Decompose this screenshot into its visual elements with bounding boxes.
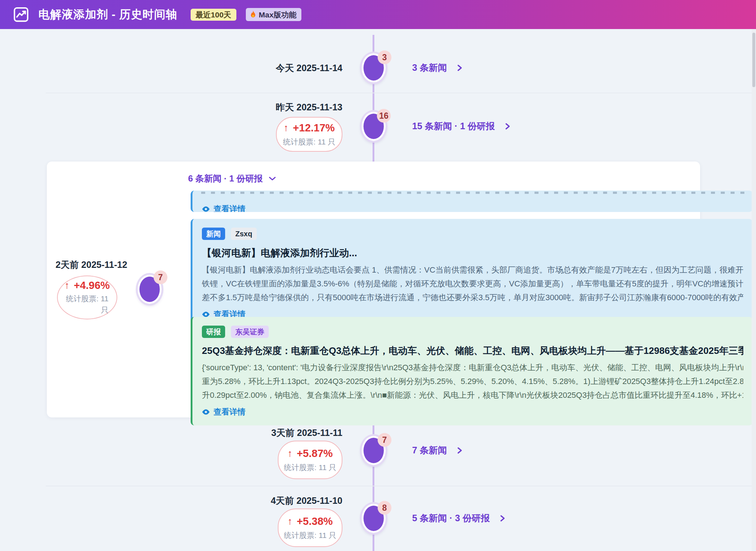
- report-source-badge: 东吴证券: [231, 326, 269, 338]
- chevron-right-icon: [504, 122, 511, 130]
- stat-pill: ↑ +4.96% 统计股票: 11 只: [57, 276, 117, 319]
- row-divider: [46, 486, 752, 486]
- page-header: 电解液添加剂 - 历史时间轴 最近100天 Max版功能: [0, 0, 756, 29]
- timeline-date: 2天前 2025-11-12: [56, 259, 164, 271]
- scrollbar-track: [752, 29, 756, 551]
- view-detail-link[interactable]: 查看详情: [202, 407, 743, 417]
- report-body-line: {'sourceType': 13, 'content': '电力设备行业深度报…: [202, 361, 743, 375]
- eye-icon: [202, 206, 210, 212]
- stat-pill: ↑ +5.87% 统计股票: 11 只: [278, 441, 342, 479]
- pct-change: +5.38%: [297, 515, 333, 527]
- timeline-date: 3天前 2025-11-11: [218, 427, 342, 439]
- max-feature-badge: Max版功能: [246, 8, 302, 21]
- stocks-count: 统计股票: 11 只: [284, 462, 336, 473]
- news-body-line: 【银河电新】电解液添加剂行业动态电话会要点 1、供需情况：VC当前供需很紧，头部…: [202, 263, 743, 277]
- news-body-line: 差不多1.5万吨是给宁德保供的，只有5000吨在市场进行流通，宁德也还要外采3.…: [202, 291, 743, 305]
- chevron-right-icon: [456, 446, 463, 454]
- stat-pill: ↑ +12.17% 统计股票: 11 只: [276, 117, 342, 152]
- view-detail-link[interactable]: 查看详情: [202, 204, 245, 212]
- scrollbar-thumb[interactable]: [752, 33, 755, 87]
- up-arrow-icon: ↑: [284, 122, 289, 134]
- report-card[interactable]: 研报 东吴证券 25Q3基金持仓深度：电新重仓Q3总体上升，电动车、光伏、储能、…: [191, 317, 753, 425]
- chevron-right-icon: [499, 514, 506, 522]
- chevron-right-icon: [456, 64, 463, 72]
- news-count-link[interactable]: 5 条新闻 · 3 份研报: [412, 512, 506, 524]
- news-card-partial[interactable]: 查看详情: [191, 191, 753, 212]
- count-badge: 8: [378, 501, 391, 515]
- pct-change: +12.17%: [293, 122, 335, 134]
- count-badge: 7: [378, 433, 391, 447]
- news-count-link[interactable]: 15 条新闻 · 1 份研报: [412, 120, 511, 132]
- report-type-badge: 研报: [202, 326, 225, 338]
- report-title: 25Q3基金持仓深度：电新重仓Q3总体上升，电动车、光伏、储能、工控、电网、风电…: [202, 344, 743, 357]
- timeline-date: 今天 2025-11-14: [218, 62, 342, 74]
- count-badge: 3: [378, 50, 391, 64]
- stocks-count: 统计股票: 11 只: [283, 137, 335, 147]
- pct-change: +4.96%: [74, 279, 110, 291]
- expanded-day-card: 6 条新闻 · 1 份研报 2天前 2025-11-12 ↑ +4.96% 统计…: [47, 162, 700, 417]
- count-badge: 16: [377, 109, 391, 123]
- date-range-badge[interactable]: 最近100天: [191, 9, 236, 21]
- timeline-date: 4天前 2025-11-10: [218, 495, 342, 507]
- timeline-date: 昨天 2025-11-13: [218, 101, 342, 113]
- stocks-count: 统计股票: 11 只: [284, 530, 336, 540]
- news-card[interactable]: 新闻 Zsxq 【银河电新】电解液添加剂行业动... 【银河电新】电解液添加剂行…: [191, 219, 753, 328]
- timeline-page: 电解液添加剂 - 历史时间轴 最近100天 Max版功能 今天 2025-11-…: [0, 0, 756, 551]
- news-count-link[interactable]: 7 条新闻: [412, 444, 463, 456]
- news-count-link[interactable]: 3 条新闻: [412, 62, 463, 74]
- up-arrow-icon: ↑: [65, 280, 70, 291]
- up-arrow-icon: ↑: [288, 516, 293, 527]
- report-body-line: 重为5.28%，环比上升1.13pct。2024Q3-2025Q3持仓比例分别为…: [202, 375, 743, 388]
- trend-chart-icon: [12, 5, 31, 24]
- chevron-down-icon: [268, 176, 276, 181]
- page-title: 电解液添加剂 - 历史时间轴: [38, 7, 178, 22]
- collapse-summary-link[interactable]: 6 条新闻 · 1 份研报: [188, 173, 276, 184]
- count-badge: 7: [154, 270, 167, 284]
- stat-pill: ↑ +5.38% 统计股票: 11 只: [278, 509, 342, 547]
- up-arrow-icon: ↑: [288, 448, 293, 459]
- news-source-badge: Zsxq: [231, 228, 257, 240]
- news-body-line: 铁锂，VC在铁锂里面的添加量是3.5%-6%（特别是储能，对循环充放电次数要求更…: [202, 277, 743, 291]
- report-body-line: 升0.29pct至2.00%，钠电池、复合集流体上涨。\r\n■新能源：光伏、风…: [202, 388, 743, 402]
- clipped-text-strip: [201, 192, 745, 194]
- news-title: 【银河电新】电解液添加剂行业动...: [202, 246, 743, 260]
- flame-icon: [249, 10, 257, 19]
- row-divider: [46, 93, 752, 93]
- pct-change: +5.87%: [297, 448, 333, 460]
- news-type-badge: 新闻: [202, 228, 225, 240]
- stocks-count: 统计股票: 11 只: [66, 293, 109, 316]
- eye-icon: [202, 409, 210, 415]
